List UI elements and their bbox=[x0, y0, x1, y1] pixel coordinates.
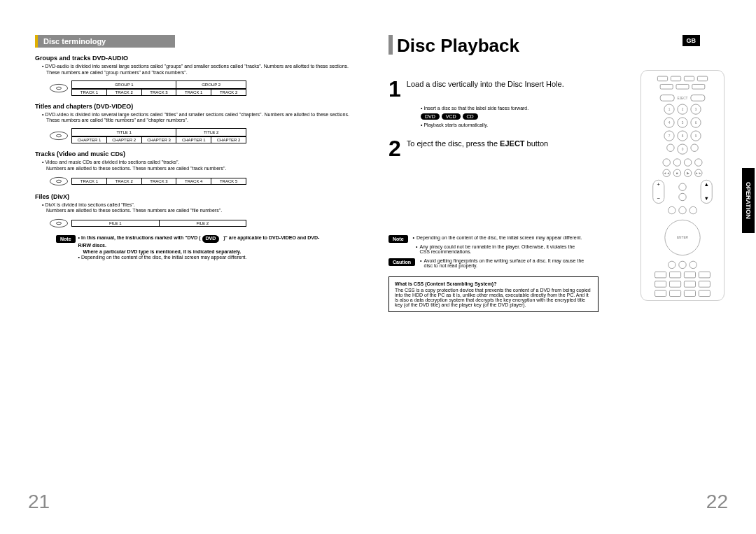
note-line: • In this manual, the instructions marke… bbox=[78, 235, 322, 249]
remote-tune: ▲▼ bbox=[701, 180, 713, 204]
bar-titles: TITLE 1 TITLE 2 bbox=[71, 128, 246, 136]
remote-btn bbox=[694, 158, 702, 166]
step-number: 1 bbox=[388, 78, 401, 100]
note-line: Where a particular DVD type is mentioned… bbox=[83, 249, 322, 255]
remote-btn: 7 bbox=[664, 131, 674, 141]
remote-btn bbox=[699, 290, 710, 297]
css-body: The CSS is a copy protection device that… bbox=[395, 288, 592, 307]
remote-btn bbox=[684, 272, 696, 279]
section-divx-files: Files (DivX) • DivX is divided into sect… bbox=[35, 193, 368, 229]
section-titles-chapters: Titles and chapters (DVD-VIDEO) • DVD-vi… bbox=[35, 103, 368, 144]
disc-icon bbox=[49, 131, 69, 141]
remote-btn bbox=[671, 76, 681, 82]
remote-btn bbox=[657, 76, 668, 82]
text: These numbers are called "group numbers"… bbox=[46, 70, 188, 75]
text: DVD-video is divided into several large … bbox=[45, 112, 349, 117]
cell: TRACK 4 bbox=[176, 178, 211, 184]
cell: TRACK 2 bbox=[107, 178, 142, 184]
subhead: Titles and chapters (DVD-VIDEO) bbox=[35, 103, 368, 110]
cell: TRACK 1 bbox=[72, 90, 107, 95]
note-label: Note bbox=[388, 235, 408, 243]
subhead: Tracks (Video and music CDs) bbox=[35, 150, 368, 157]
note-block: Note • In this manual, the instructions … bbox=[56, 235, 322, 261]
text: Video and music CDs are divided into sec… bbox=[45, 160, 179, 164]
step-text: To eject the disc, press the EJECT butto… bbox=[407, 137, 548, 148]
remote-btn bbox=[697, 76, 708, 82]
remote-dpad bbox=[664, 220, 700, 255]
caution-block: Caution •Avoid getting fingerprints on t… bbox=[388, 258, 584, 268]
remote-btn bbox=[678, 206, 686, 214]
remote-btn: ▶ bbox=[684, 169, 692, 177]
body-text: • Video and music CDs are divided into s… bbox=[42, 160, 368, 172]
remote-btn bbox=[678, 192, 686, 200]
disc-icon bbox=[49, 83, 69, 93]
remote-btn bbox=[684, 76, 694, 82]
remote-btn: 9 bbox=[690, 131, 701, 141]
caution-label: Caution bbox=[388, 258, 415, 266]
bar-chapters: CHAPTER 1 CHAPTER 2 CHAPTER 3 CHAPTER 1 … bbox=[71, 136, 246, 143]
remote-btn: ►► bbox=[694, 169, 702, 177]
remote-btn bbox=[690, 144, 698, 152]
cell: TITLE 1 bbox=[72, 129, 176, 136]
remote-btn bbox=[654, 281, 666, 288]
note-block: Note •Depending on the content of the di… bbox=[388, 235, 584, 254]
pill-dvd: DVD bbox=[421, 113, 440, 120]
structure-diagram: GROUP 1 GROUP 2 TRACK 1 TRACK 2 TRACK 3 … bbox=[49, 80, 368, 96]
cell: GROUP 2 bbox=[176, 81, 246, 88]
remote-btn bbox=[699, 281, 710, 288]
disc-icon bbox=[49, 176, 69, 186]
remote-btn bbox=[669, 290, 681, 297]
remote-btn: 3 bbox=[690, 104, 701, 115]
section-groups-tracks: Groups and tracks DVD-AUDIO • DVD-audio … bbox=[35, 55, 368, 96]
text: Numbers are allotted to these sections. … bbox=[46, 208, 222, 213]
cell: TRACK 2 bbox=[107, 90, 142, 95]
remote-btn bbox=[690, 206, 697, 214]
cell: TRACK 3 bbox=[142, 178, 177, 184]
bar-tracks: TRACK 1 TRACK 2 TRACK 3 TRACK 4 TRACK 5 bbox=[71, 178, 246, 185]
remote-btn bbox=[684, 281, 696, 288]
svg-point-3 bbox=[57, 134, 62, 137]
structure-diagram: FILE 1 FILE 2 bbox=[49, 218, 368, 228]
svg-point-5 bbox=[57, 180, 62, 183]
remote-btn bbox=[669, 281, 681, 288]
bar-files: FILE 1 FILE 2 bbox=[71, 220, 246, 227]
note-line: • Depending on the content of the disc, … bbox=[78, 255, 322, 261]
svg-point-7 bbox=[57, 222, 62, 225]
text: Numbers are allotted to these sections. … bbox=[46, 166, 226, 171]
subhead: Files (DivX) bbox=[35, 193, 368, 200]
pill-vcd: VCD bbox=[442, 113, 461, 120]
remote-btn bbox=[678, 183, 686, 190]
text: Depending on the content of the disc, th… bbox=[416, 235, 582, 240]
body-text: • DVD-audio is divided into several larg… bbox=[42, 64, 368, 76]
bar-groups: GROUP 1 GROUP 2 bbox=[71, 80, 246, 89]
page-22: Disc Playback GB OPERATION 1 Load a disc… bbox=[382, 35, 735, 513]
remote-btn bbox=[669, 272, 681, 279]
cell: CHAPTER 3 bbox=[142, 137, 177, 143]
remote-btn: 6 bbox=[690, 118, 701, 128]
remote-vol: +− bbox=[652, 180, 664, 204]
remote-btn bbox=[692, 84, 705, 90]
cell: FILE 1 bbox=[72, 220, 160, 226]
remote-btn bbox=[673, 158, 681, 166]
step-2: 2 To eject the disc, press the EJECT but… bbox=[388, 137, 584, 160]
cell: TRACK 3 bbox=[142, 90, 177, 95]
remote-btn bbox=[663, 158, 671, 166]
bar-tracks: TRACK 1 TRACK 2 TRACK 3 TRACK 1 TRACK 2 bbox=[71, 89, 246, 96]
remote-btn bbox=[654, 290, 666, 297]
structure-diagram: TITLE 1 TITLE 2 CHAPTER 1 CHAPTER 2 CHAP… bbox=[49, 128, 368, 143]
page-title: Disc Playback bbox=[397, 35, 519, 57]
remote-control-illustration: EJECT 123 456 789 0 ◄◄■▶►► +− ▲▼ bbox=[640, 70, 724, 301]
pill-cd: CD bbox=[463, 113, 478, 120]
disc-icon bbox=[49, 218, 69, 228]
svg-point-4 bbox=[50, 177, 67, 185]
step-1-sub: • Insert a disc so that the label side f… bbox=[421, 106, 603, 111]
section-heading-disc-terminology: Disc terminology bbox=[35, 35, 175, 48]
remote-btn bbox=[684, 158, 692, 166]
cell: FILE 2 bbox=[160, 220, 246, 226]
remote-btn bbox=[678, 261, 686, 269]
structure-diagram: TRACK 1 TRACK 2 TRACK 3 TRACK 4 TRACK 5 bbox=[49, 176, 368, 186]
page-number: 21 bbox=[28, 491, 50, 513]
remote-btn bbox=[660, 94, 675, 101]
remote-btn bbox=[654, 272, 666, 279]
text: Any piracy could not be runnable in the … bbox=[419, 244, 584, 254]
